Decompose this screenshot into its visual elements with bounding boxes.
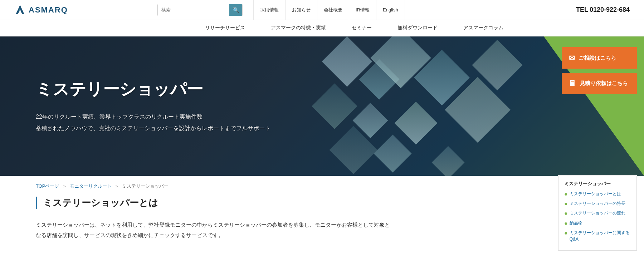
nav-research-service[interactable]: リサーチサービス [192,20,258,36]
hero-subtitle-line1: 22年のリクルート実績、業界トップクラスのリクルート実施件数 [36,111,270,123]
toc-dot-5: ● [564,230,568,236]
toc-item-4[interactable]: ● 納品物 [564,220,631,227]
breadcrumb-top[interactable]: TOPページ [36,183,59,189]
nav-top-item-news[interactable]: お知らせ [285,0,317,20]
breadcrumb-mid[interactable]: モニターリクルート [70,183,112,189]
toc-item-1[interactable]: ● ミステリーショッパーとは [564,191,631,197]
toc-label-1: ミステリーショッパーとは [570,191,621,197]
nav-top-item-recruit[interactable]: 採用情報 [253,0,285,20]
top-nav: 採用情報 お知らせ 会社概要 IR情報 English [253,0,405,20]
hero-subtitle: 22年のリクルート実績、業界トップクラスのリクルート実施件数 蓄積されたノウハウ… [36,111,270,134]
header-tel: TEL 0120-922-684 [576,6,630,14]
estimate-label: 見積り依頼はこちら [580,80,628,87]
hero-title: ミステリーショッパー [36,78,270,100]
breadcrumb-sep2: ＞ [114,183,119,189]
calculator-icon: 🖩 [569,79,576,88]
section-body: ミステリーショッパーは、ネットを利用して、弊社登録モニターの中からミステリーショ… [36,220,394,240]
hero-content: ミステリーショッパー 22年のリクルート実績、業界トップクラスのリクルート実施件… [0,78,270,134]
breadcrumb-sep1: ＞ [62,183,67,189]
toc-label-2: ミステリーショッパーの特長 [570,200,625,207]
breadcrumb: TOPページ ＞ モニターリクルート ＞ ミステリーショッパー [0,176,644,193]
sidebar-float: ✉ ご相談はこちら 🖩 見積り依頼はこちら [562,47,637,94]
toc-item-5[interactable]: ● ミステリーショッパーに関するQ&A [564,230,631,242]
logo[interactable]: ASMARQ [14,4,93,16]
toc-dot-1: ● [564,191,568,197]
tel-number: 0120-922-684 [590,6,630,13]
nav-top-item-english[interactable]: English [376,0,405,20]
toc-item-3[interactable]: ● ミステリーショッパーの流れ [564,210,631,217]
nav-download[interactable]: 無料ダウンロード [385,20,450,36]
nav-features[interactable]: アスマークの特徴・実績 [258,20,339,36]
nav-top-item-ir[interactable]: IR情報 [349,0,376,20]
tel-label: TEL [576,6,588,13]
search-button[interactable]: 🔍 [229,4,242,16]
mail-icon: ✉ [569,54,575,62]
toc-dot-2: ● [564,200,568,207]
nav-seminar[interactable]: セミナー [339,20,385,36]
toc-label-4: 納品物 [570,220,582,226]
toc-label-5: ミステリーショッパーに関するQ&A [570,230,631,242]
breadcrumb-current: ミステリーショッパー [122,183,169,189]
hero-diamonds [301,36,551,176]
main-nav: リサーチサービス アスマークの特徴・実績 セミナー 無料ダウンロード アスマーク… [0,20,644,36]
main-content: ミステリーショッパーとは ミステリーショッパーは、ネットを利用して、弊社登録モニ… [0,193,429,255]
hero-subtitle-line2: 蓄積されたノウハウで、貴社のミステリーショッパーを設計からレポートまでフルサポー… [36,123,270,134]
logo-icon [14,4,26,16]
toc-label-3: ミステリーショッパーの流れ [570,210,625,216]
toc-dot-3: ● [564,210,568,217]
search-input[interactable] [158,4,229,16]
consult-button[interactable]: ✉ ご相談はこちら [562,47,637,69]
toc-title: ミステリーショッパー [564,181,631,187]
section-title: ミステリーショッパーとは [36,197,394,209]
sidebar-toc: ミステリーショッパー ● ミステリーショッパーとは ● ミステリーショッパーの特… [558,175,637,251]
hero-section: ミステリーショッパー 22年のリクルート実績、業界トップクラスのリクルート実施件… [0,36,644,176]
toc-dot-4: ● [564,220,568,227]
consult-label: ご相談はこちら [579,55,616,61]
search-box[interactable]: 🔍 [157,4,243,16]
logo-text: ASMARQ [29,5,68,15]
toc-item-2[interactable]: ● ミステリーショッパーの特長 [564,200,631,207]
nav-top-item-about[interactable]: 会社概要 [317,0,349,20]
nav-column[interactable]: アスマークコラム [450,20,516,36]
estimate-button[interactable]: 🖩 見積り依頼はこちら [562,73,637,94]
